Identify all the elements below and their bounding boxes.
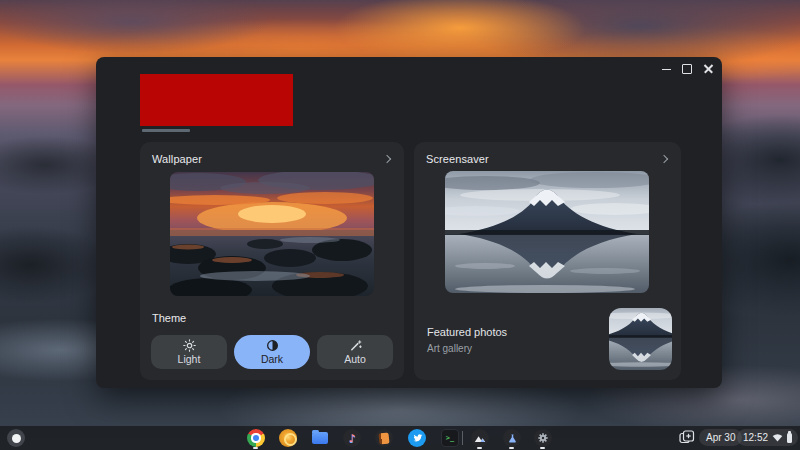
minimize-icon[interactable] xyxy=(658,61,674,77)
personalization-window: Wallpaper xyxy=(96,57,722,388)
screensaver-thumbnail[interactable] xyxy=(609,308,672,370)
theme-dark-button[interactable]: Dark xyxy=(234,335,310,369)
wallpaper-preview-image[interactable] xyxy=(170,172,374,296)
mountain-glyph xyxy=(474,432,486,444)
launcher-icon[interactable] xyxy=(7,429,25,447)
date-pill[interactable]: Apr 30 xyxy=(699,429,742,446)
close-icon[interactable] xyxy=(700,61,716,77)
chevron-right-icon[interactable] xyxy=(383,155,391,163)
screensaver-card[interactable]: Screensaver xyxy=(414,142,681,380)
theme-light-label: Light xyxy=(178,353,201,365)
screensaver-preview-image[interactable] xyxy=(445,171,649,293)
screensaver-card-header[interactable]: Screensaver xyxy=(426,152,671,166)
shelf-separator xyxy=(462,431,463,445)
wallpaper-card-header[interactable]: Wallpaper xyxy=(152,152,394,166)
theme-auto-label: Auto xyxy=(344,353,366,365)
wifi-icon xyxy=(772,433,783,442)
theme-section-label: Theme xyxy=(152,312,186,324)
theme-buttons: Light Dark xyxy=(151,335,393,369)
screensaver-card-title: Screensaver xyxy=(426,153,489,165)
wallpaper-card-title: Wallpaper xyxy=(152,153,202,165)
gallery-mountain-icon[interactable] xyxy=(471,429,489,447)
time-label: 12:52 xyxy=(743,432,768,443)
gear-glyph xyxy=(537,432,549,444)
desktop-wallpaper: Wallpaper xyxy=(0,0,800,450)
theme-auto-button[interactable]: Auto xyxy=(317,335,393,369)
maximize-icon[interactable] xyxy=(679,61,695,77)
terminal-icon[interactable]: >_ xyxy=(441,429,459,447)
featured-photos-block[interactable]: Featured photos Art gallery xyxy=(427,326,507,354)
battery-icon xyxy=(787,433,792,443)
running-indicator-chrome xyxy=(253,447,258,449)
magic-wand-icon xyxy=(349,339,362,352)
sun-icon xyxy=(183,339,196,352)
banner-underline xyxy=(142,129,190,132)
twitter-bird-glyph xyxy=(411,432,423,444)
chevron-right-icon[interactable] xyxy=(660,155,668,163)
files-folder-icon[interactable] xyxy=(312,432,328,444)
contrast-half-circle-icon xyxy=(266,339,279,352)
wallpaper-card[interactable]: Wallpaper xyxy=(140,142,404,380)
redacted-banner xyxy=(140,74,293,126)
featured-photos-subtitle: Art gallery xyxy=(427,343,507,354)
gold-circle-app-icon[interactable] xyxy=(279,429,297,447)
notes-app-icon[interactable] xyxy=(375,429,393,447)
flask-app-icon[interactable] xyxy=(503,429,521,447)
running-indicator-settings xyxy=(540,447,545,449)
music-note-glyph: ♪ xyxy=(348,433,355,444)
window-controls xyxy=(658,61,716,77)
desks-switcher-icon[interactable] xyxy=(679,430,695,444)
running-indicator-gallery xyxy=(477,447,482,449)
twitter-icon[interactable] xyxy=(408,429,426,447)
date-label: Apr 30 xyxy=(706,432,735,443)
featured-photos-title: Featured photos xyxy=(427,326,507,338)
flask-glyph xyxy=(507,433,518,444)
settings-gear-icon[interactable] xyxy=(534,429,552,447)
chrome-icon[interactable] xyxy=(247,429,265,447)
running-indicator-flask xyxy=(509,447,514,449)
theme-light-button[interactable]: Light xyxy=(151,335,227,369)
theme-dark-label: Dark xyxy=(261,353,283,365)
status-tray[interactable]: 12:52 xyxy=(737,429,798,446)
music-note-app-icon[interactable]: ♪ xyxy=(343,429,361,447)
